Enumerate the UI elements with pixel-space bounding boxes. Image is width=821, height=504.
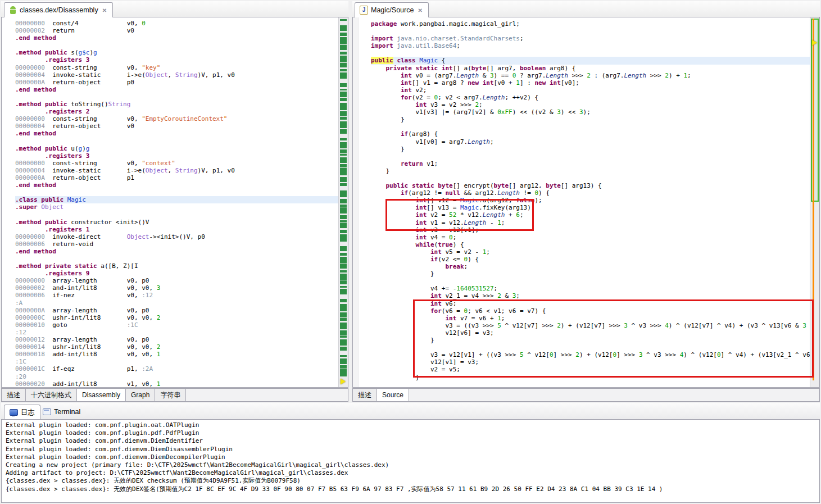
code-line[interactable]: 00000000 const-string v0, "key" [15, 64, 338, 71]
code-line[interactable] [371, 175, 810, 182]
code-line[interactable]: .method private static a([B, Z)[I [15, 262, 338, 270]
code-line[interactable]: if(v2 <= 0) { [371, 256, 810, 263]
code-line[interactable]: :20 [15, 373, 338, 380]
code-line[interactable]: int v4 = 0; [371, 234, 810, 241]
code-line[interactable]: for(v2 = 0; v2 < arg7.Length; ++v2) { [371, 94, 810, 101]
code-line[interactable]: 0000000A array-length v0, p0 [15, 307, 338, 314]
code-line[interactable]: int[] v1 = arg8 ? new int[v0 + 1] : new … [371, 79, 810, 87]
code-line[interactable]: } [371, 337, 810, 344]
code-line[interactable]: 00000014 ushr-int/lit8 v0, v0, 2 [15, 343, 338, 351]
code-line[interactable]: return v1; [371, 160, 810, 167]
ruler-marker-icon[interactable] [341, 379, 346, 384]
code-line[interactable] [15, 138, 338, 145]
code-line[interactable]: .end method [15, 181, 338, 189]
code-line[interactable]: .registers 2 [15, 108, 338, 115]
code-line[interactable]: public class Magic { [371, 57, 810, 64]
code-line[interactable]: 00000018 add-int/lit8 v0, v0, 1 [15, 351, 338, 358]
code-line[interactable]: v1[v0] = arg7.Length; [371, 138, 810, 146]
code-line[interactable] [371, 28, 810, 35]
code-line[interactable]: :A [15, 299, 338, 307]
code-line[interactable]: v4 += -1640531527; [371, 285, 810, 292]
code-line[interactable]: 00000000 array-length v0, p0 [15, 277, 338, 284]
code-line[interactable]: int v2; [371, 87, 810, 94]
code-line[interactable]: int v5 = v2 - 1; [371, 248, 810, 256]
code-line[interactable] [371, 123, 810, 130]
code-line[interactable]: int v3 = v2 >>> 2; [371, 101, 810, 108]
code-line[interactable]: .end method [15, 34, 338, 42]
code-line[interactable]: 0000001C if-eqz p1, :2A [15, 365, 338, 373]
code-line[interactable]: 00000004 invoke-static i->e(Object, Stri… [15, 167, 338, 174]
code-line[interactable] [15, 42, 338, 49]
view-tab-十六进制格式[interactable]: 十六进制格式 [26, 389, 77, 401]
code-line[interactable]: int[] v13 = Magic.fixKey(arg13); [371, 204, 810, 211]
code-line[interactable]: v3 = v12[v1] + ((v3 >>> 5 ^ v12[0] >>> 2… [371, 351, 810, 358]
code-line[interactable]: 00000002 and-int/lit8 v0, v0, 3 [15, 284, 338, 292]
code-line[interactable]: break; [371, 263, 810, 270]
code-line[interactable]: v3 = ((v3 >>> 5 ^ v12[v7] >>> 2) + (v12[… [371, 322, 810, 329]
code-line[interactable]: v1[v3] |= (arg7[v2] & 0xFF) << ((v2 & 3)… [371, 108, 810, 116]
view-tab-描述[interactable]: 描述 [353, 389, 377, 401]
tab-magic-source[interactable]: J Magic/Source ✕ [355, 2, 429, 17]
code-line[interactable]: v2 = v5; [371, 366, 810, 373]
code-line[interactable]: for(v6 = 0; v6 < v1; v6 = v7) { [371, 307, 810, 315]
code-line[interactable]: int v7 = v6 + 1; [371, 315, 810, 322]
code-line[interactable]: 00000020 add-int/lit8 v1, v0, 1 [15, 380, 338, 387]
code-line[interactable]: 00000004 return-object v0 [15, 122, 338, 130]
code-line[interactable]: .method public constructor <init>()V [15, 219, 338, 226]
left-overview-ruler[interactable] [338, 17, 348, 387]
code-line[interactable]: } [371, 116, 810, 123]
code-line[interactable]: 00000006 if-nez v0, :12 [15, 292, 338, 299]
code-line[interactable]: while(true) { [371, 241, 810, 248]
view-tab-字符串[interactable]: 字符串 [155, 389, 186, 401]
code-line[interactable]: 00000002 return v0 [15, 27, 338, 34]
code-line[interactable]: .registers 3 [15, 56, 338, 63]
code-line[interactable]: 00000000 invoke-direct Object-><init>()V… [15, 233, 338, 240]
close-icon[interactable]: ✕ [416, 7, 423, 14]
view-tab-Graph[interactable]: Graph [126, 389, 155, 401]
code-line[interactable]: 00000000 const-string v0, "EmptyCoroutin… [15, 115, 338, 122]
code-line[interactable]: int v1 = v12.Length - 1; [371, 219, 810, 226]
code-line[interactable]: .method public s(g$c)g [15, 49, 338, 56]
code-line[interactable]: } [371, 146, 810, 153]
code-line[interactable] [371, 278, 810, 285]
code-line[interactable]: } [371, 167, 810, 175]
code-line[interactable]: 0000000A return-object p1 [15, 174, 338, 181]
code-line[interactable] [371, 49, 810, 57]
console-tab-日志[interactable]: 日志 [4, 405, 40, 420]
view-tab-Disassembly[interactable]: Disassembly [77, 389, 126, 401]
code-line[interactable]: .method public toString()String [15, 101, 338, 108]
code-line[interactable]: int v2 = 52 * v12.Length + 6; [371, 211, 810, 219]
code-line[interactable] [15, 211, 338, 218]
code-line[interactable]: 0000000A return-object p0 [15, 79, 338, 86]
view-tab-描述[interactable]: 描述 [2, 389, 26, 401]
code-line[interactable]: import java.util.Base64; [371, 42, 810, 49]
code-line[interactable]: } [371, 374, 810, 381]
code-line[interactable] [371, 344, 810, 351]
code-line[interactable]: .registers 9 [15, 270, 338, 277]
code-line[interactable]: int v0 = (arg7.Length & 3) == 0 ? arg7.L… [371, 72, 810, 79]
code-line[interactable]: if(arg12 != null && arg12.Length != 0) { [371, 189, 810, 197]
code-line[interactable]: 00000006 return-void [15, 240, 338, 248]
code-line[interactable]: .end method [15, 86, 338, 93]
ruler-marker-icon[interactable] [812, 40, 817, 46]
code-line[interactable]: 00000004 invoke-static i->e(Object, Stri… [15, 71, 338, 79]
code-line[interactable] [15, 189, 338, 196]
code-line[interactable]: 00000012 array-length v0, p0 [15, 336, 338, 343]
code-line[interactable]: .end method [15, 248, 338, 255]
code-line[interactable]: :12 [15, 329, 338, 336]
code-line[interactable]: int v3 = v12[v1]; [371, 226, 810, 234]
code-line[interactable]: if(arg8) { [371, 130, 810, 138]
code-line[interactable]: v12[v1] = v3; [371, 358, 810, 366]
tab-classes-dex-disassembly[interactable]: classes.dex/Disassembly ✕ [4, 2, 113, 17]
code-line[interactable]: int v6; [371, 300, 810, 307]
code-line[interactable]: 00000000 const-string v0, "context" [15, 160, 338, 167]
code-line[interactable]: .method public u(g)g [15, 145, 338, 152]
code-line[interactable] [15, 255, 338, 262]
code-line[interactable] [371, 153, 810, 160]
log-output[interactable]: External plugin loaded: com.pnf.plugin.o… [1, 419, 820, 503]
code-line[interactable]: .class public Magic [15, 196, 338, 203]
code-line[interactable] [15, 93, 338, 101]
code-line[interactable]: private static int[] a(byte[] arg7, bool… [371, 65, 810, 72]
code-line[interactable]: int[] v12 = Magic.a(arg12, false); [371, 197, 810, 204]
right-overview-ruler[interactable] [810, 17, 819, 387]
